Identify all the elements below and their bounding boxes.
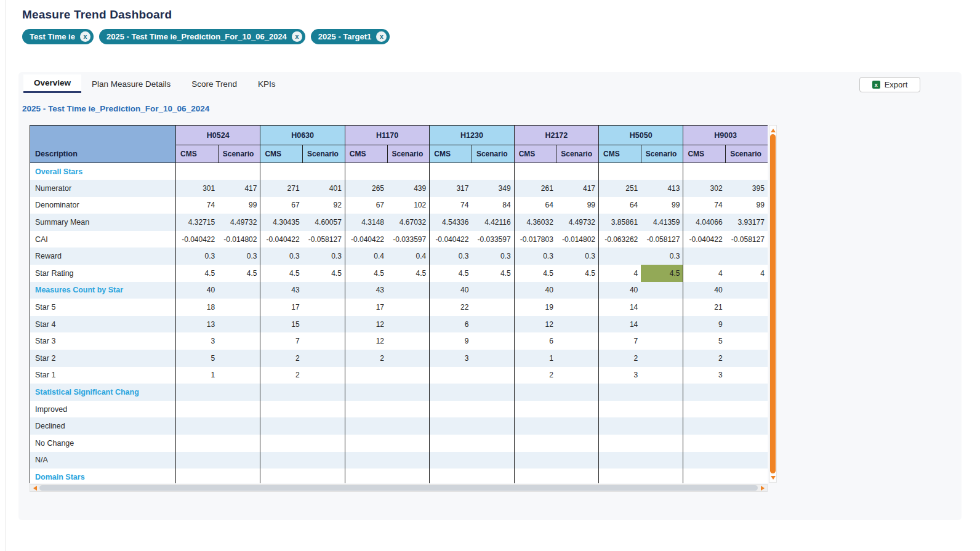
row-label: Numerator [30, 180, 176, 197]
table-row: Star 25223122 [30, 350, 768, 367]
value-cell: 0.3 [641, 247, 683, 265]
value-cell: -0.058127 [726, 231, 768, 248]
value-cell: 4.67032 [387, 214, 430, 231]
table-row: Improved [30, 401, 768, 418]
value-cell [260, 452, 303, 469]
tab-plan-measure-details[interactable]: Plan Measure Details [81, 74, 181, 93]
value-cell [726, 282, 768, 299]
value-cell: 12 [514, 316, 556, 333]
value-cell: 271 [260, 180, 303, 197]
horizontal-scroll-thumb[interactable] [39, 485, 758, 491]
chip-close-icon[interactable]: x [376, 31, 387, 42]
value-cell: 349 [472, 180, 514, 197]
section-row-label[interactable]: Overall Stars [30, 163, 176, 180]
value-cell: 99 [556, 197, 599, 214]
value-cell [176, 469, 219, 483]
value-cell: 18 [176, 299, 219, 316]
scroll-right-icon[interactable] [758, 485, 766, 491]
scroll-down-icon[interactable] [769, 473, 776, 481]
excel-icon: x [872, 81, 880, 89]
horizontal-scrollbar[interactable] [30, 484, 768, 492]
value-cell [472, 452, 514, 469]
value-cell [430, 163, 472, 180]
value-cell: 317 [430, 180, 472, 197]
value-cell [472, 367, 514, 384]
value-cell: -0.040422 [176, 231, 219, 248]
value-cell: 439 [387, 180, 430, 197]
row-label: No Change [30, 435, 176, 452]
value-cell [176, 401, 219, 418]
value-cell: 19 [514, 299, 556, 316]
tab-score-trend[interactable]: Score Trend [181, 74, 247, 93]
value-cell: 395 [726, 180, 768, 197]
chip-close-icon[interactable]: x [292, 31, 302, 42]
left-edge-divider [5, 0, 6, 551]
section-row-label[interactable]: Statistical Significant Chang [30, 384, 176, 401]
value-cell: -0.033597 [472, 231, 514, 248]
value-cell [218, 384, 260, 401]
value-cell [387, 417, 430, 435]
table-row: Declined [30, 417, 768, 435]
value-cell: 64 [599, 197, 641, 214]
value-cell [387, 316, 430, 333]
value-cell: 6 [430, 316, 472, 333]
filter-chip-label: Test Time ie [30, 32, 75, 41]
table-row: Star 337129675 [30, 332, 768, 350]
value-cell [303, 367, 345, 384]
value-cell: 43 [345, 282, 387, 299]
table-area: Description H0524H0630H1170H1230H2172H50… [30, 125, 777, 494]
filter-chip-bar: Test Time ie x 2025 - Test Time ie_Predi… [22, 29, 390, 44]
filter-chip[interactable]: 2025 - Test Time ie_Prediction_For_10_06… [99, 29, 305, 44]
value-cell [556, 452, 599, 469]
filter-chip-label: 2025 - Target1 [318, 32, 371, 41]
value-cell [556, 367, 599, 384]
value-cell: 4.49732 [556, 214, 599, 231]
chip-close-icon[interactable]: x [80, 31, 90, 42]
value-cell [641, 299, 683, 316]
value-cell [218, 452, 260, 469]
table-row: Star Rating4.54.54.54.54.54.54.54.54.54.… [30, 265, 768, 282]
value-cell [430, 367, 472, 384]
value-cell [556, 469, 599, 483]
column-group-header: H0524 [176, 126, 260, 145]
tab-overview[interactable]: Overview [23, 74, 81, 93]
value-cell: -0.017803 [514, 231, 556, 248]
value-cell [472, 401, 514, 418]
value-cell: 0.3 [556, 247, 599, 265]
row-label: Star Rating [30, 265, 176, 282]
value-cell: 14 [599, 316, 641, 333]
filter-chip[interactable]: Test Time ie x [22, 29, 94, 44]
filter-chip[interactable]: 2025 - Target1 x [311, 29, 390, 44]
value-cell: 67 [260, 197, 303, 214]
value-cell: 67 [345, 197, 387, 214]
value-cell [472, 316, 514, 333]
tab-kpis[interactable]: KPIs [247, 74, 286, 93]
value-cell: -0.040422 [345, 231, 387, 248]
value-cell [387, 384, 430, 401]
value-cell: 2 [514, 367, 556, 384]
vertical-scrollbar[interactable] [769, 125, 777, 483]
value-cell [599, 452, 641, 469]
value-cell [556, 401, 599, 418]
value-cell: 4.5 [556, 265, 599, 282]
section-row-label[interactable]: Domain Stars [30, 469, 176, 483]
value-cell: 0.3 [430, 247, 472, 265]
vertical-scroll-thumb[interactable] [770, 134, 776, 473]
value-cell [514, 417, 556, 435]
value-cell [599, 163, 641, 180]
value-cell [345, 435, 387, 452]
description-header: Description [30, 126, 176, 163]
value-cell [345, 367, 387, 384]
value-cell [726, 350, 768, 367]
value-cell: -0.014802 [218, 231, 260, 248]
value-cell [556, 435, 599, 452]
sub-column-header: CMS [430, 145, 472, 163]
value-cell: 3.85861 [599, 214, 641, 231]
section-row-label[interactable]: Measures Count by Star [30, 282, 176, 299]
export-button[interactable]: x Export [859, 77, 920, 92]
scroll-left-icon[interactable] [31, 485, 39, 491]
value-cell [430, 435, 472, 452]
value-cell: 99 [641, 197, 683, 214]
value-cell [303, 299, 345, 316]
scroll-up-icon[interactable] [769, 126, 776, 134]
